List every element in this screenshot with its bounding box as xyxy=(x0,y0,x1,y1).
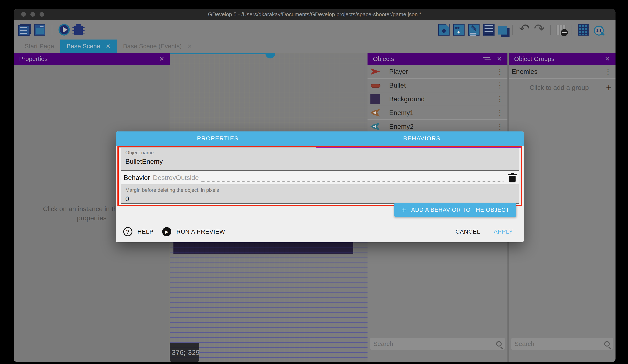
cancel-button[interactable]: CANCEL xyxy=(455,228,480,235)
tab-behaviors[interactable]: BEHAVIORS xyxy=(320,131,524,146)
toolbar-divider xyxy=(550,25,551,35)
add-group-label: Click to add a group xyxy=(512,84,606,92)
run-preview-icon[interactable]: ▶ xyxy=(162,227,171,236)
dialog-tabs: PROPERTIES BEHAVIORS xyxy=(116,131,524,146)
margin-label: Margin before deleting the object, in pi… xyxy=(125,187,514,193)
debugger-icon[interactable] xyxy=(74,26,83,35)
search-icon xyxy=(604,341,610,347)
enemy1-ship-icon xyxy=(370,108,380,118)
tab-label: Start Page xyxy=(25,43,54,50)
delete-behavior-icon[interactable] xyxy=(508,173,516,182)
group-menu-icon[interactable]: ⋮ xyxy=(604,67,612,76)
close-tab-icon[interactable]: ✕ xyxy=(106,43,111,50)
object-name-value[interactable]: BulletEnemy xyxy=(125,158,514,165)
background-icon xyxy=(370,94,380,104)
tab-start-page[interactable]: Start Page xyxy=(18,40,60,53)
tab-label: Base Scene xyxy=(67,43,100,50)
object-menu-icon[interactable]: ⋮ xyxy=(496,122,504,131)
preview-icon[interactable] xyxy=(59,24,70,36)
run-preview-button[interactable]: RUN A PREVIEW xyxy=(176,228,225,235)
toolbar-divider xyxy=(512,25,513,35)
scene-border-line xyxy=(170,53,273,54)
editor-tabs: Start Page Base Scene ✕ Base Scene (Even… xyxy=(14,40,616,53)
margin-value[interactable]: 0 xyxy=(125,195,514,203)
player-ship-icon xyxy=(370,67,380,76)
cursor-coordinates-badge: -376;-329 xyxy=(170,343,199,362)
object-groups-panel: Object Groups ✕ Enemies ⋮ Click to add a… xyxy=(509,53,616,362)
close-icon[interactable]: ✕ xyxy=(497,55,502,62)
object-editor-dialog: PROPERTIES BEHAVIORS Object name BulletE… xyxy=(116,131,524,242)
behavior-underline xyxy=(201,174,503,182)
close-tab-icon[interactable]: ✕ xyxy=(187,43,192,50)
tab-label: Base Scene (Events) xyxy=(123,43,182,50)
mask-icon[interactable] xyxy=(556,25,566,35)
enemy2-ship-icon xyxy=(370,122,380,131)
object-row-background[interactable]: Background ⋮ xyxy=(368,92,507,106)
window-title: GDevelop 5 - /Users/dkarakay/Documents/G… xyxy=(14,11,616,18)
properties-editor-icon[interactable] xyxy=(468,24,479,36)
active-tab-indicator xyxy=(119,147,316,148)
objects-editor-icon[interactable] xyxy=(438,24,450,36)
object-name-label: Object name xyxy=(125,150,514,156)
properties-panel-title: Properties xyxy=(19,55,48,62)
project-manager-icon[interactable] xyxy=(18,25,30,36)
filter-icon[interactable] xyxy=(483,56,490,61)
zoom-1-1-icon[interactable] xyxy=(593,24,604,36)
add-group-row[interactable]: Click to add a group + xyxy=(509,79,616,97)
search-icon xyxy=(496,341,502,347)
apply-button[interactable]: APPLY xyxy=(494,228,513,235)
object-name-field[interactable]: Object name BulletEnemy xyxy=(121,147,519,171)
object-name: Bullet xyxy=(389,81,406,89)
objects-search xyxy=(370,338,505,350)
object-groups-editor-icon[interactable] xyxy=(453,24,465,36)
object-row-bullet[interactable]: Bullet ⋮ xyxy=(368,79,507,92)
toolbar-divider xyxy=(572,25,572,35)
groups-search xyxy=(511,338,613,350)
secondary-tab-indicator xyxy=(316,147,521,148)
objects-search-input[interactable] xyxy=(373,340,496,347)
help-icon[interactable]: ? xyxy=(123,227,132,236)
add-behavior-button[interactable]: + ADD A BEHAVIOR TO THE OBJECT xyxy=(394,203,516,217)
scene-editor-icon[interactable] xyxy=(34,24,45,36)
undo-icon[interactable] xyxy=(519,24,530,36)
behavior-name-value[interactable]: DestroyOutside xyxy=(153,174,199,182)
object-menu-icon[interactable]: ⋮ xyxy=(496,67,504,76)
redo-icon[interactable] xyxy=(534,24,545,36)
layers-editor-icon[interactable] xyxy=(498,26,507,35)
tab-properties[interactable]: PROPERTIES xyxy=(116,131,320,146)
groups-search-input[interactable] xyxy=(515,340,604,347)
object-name: Enemy1 xyxy=(389,109,413,117)
toolbar-divider xyxy=(52,25,52,35)
group-name: Enemies xyxy=(512,68,538,75)
behavior-row: Behavior DestroyOutside xyxy=(121,171,519,184)
add-icon[interactable]: + xyxy=(606,82,612,93)
object-name: Player xyxy=(389,68,408,75)
help-button[interactable]: HELP xyxy=(137,228,154,235)
group-row-enemies[interactable]: Enemies ⋮ xyxy=(509,65,616,79)
margin-field[interactable]: Margin before deleting the object, in pi… xyxy=(121,184,519,204)
tutorial-highlight-box: Object name BulletEnemy Behavior Destroy… xyxy=(117,146,522,206)
close-icon[interactable]: ✕ xyxy=(159,55,164,62)
title-bar: GDevelop 5 - /Users/dkarakay/Documents/G… xyxy=(14,9,616,20)
add-behavior-label: ADD A BEHAVIOR TO THE OBJECT xyxy=(411,207,509,213)
main-toolbar xyxy=(14,20,616,40)
object-menu-icon[interactable]: ⋮ xyxy=(496,95,504,103)
object-name: Background xyxy=(389,95,425,103)
object-name: Enemy2 xyxy=(389,123,413,130)
instances-list-icon[interactable] xyxy=(483,24,494,36)
grid-icon[interactable] xyxy=(578,24,589,36)
dialog-actions: ? HELP ▶ RUN A PREVIEW CANCEL APPLY xyxy=(116,224,524,242)
object-row-player[interactable]: Player ⋮ xyxy=(368,65,507,79)
close-icon[interactable]: ✕ xyxy=(605,55,610,62)
bullet-icon xyxy=(370,80,380,90)
object-menu-icon[interactable]: ⋮ xyxy=(496,108,504,117)
tab-base-scene[interactable]: Base Scene ✕ xyxy=(60,40,117,53)
object-row-enemy1[interactable]: Enemy1 ⋮ xyxy=(368,106,507,120)
object-menu-icon[interactable]: ⋮ xyxy=(496,81,504,90)
behavior-label: Behavior xyxy=(124,174,150,182)
tab-base-scene-events[interactable]: Base Scene (Events) ✕ xyxy=(117,40,198,53)
objects-panel-title: Objects xyxy=(373,55,394,62)
object-groups-panel-title: Object Groups xyxy=(514,55,554,62)
